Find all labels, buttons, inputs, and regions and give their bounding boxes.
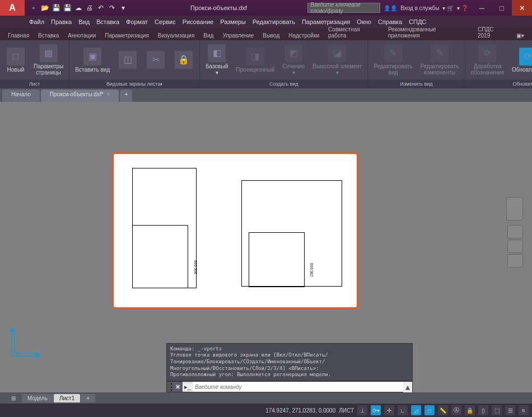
ribbon-tab-visualize[interactable]: Визуализация [153,31,199,40]
ltab-model[interactable]: Модель [22,394,53,402]
dim-label: 150.000 [310,263,314,277]
cmd-customize-icon[interactable]: ✖ [172,382,183,392]
symbol-sketch-btn: ⟳Доработка обозначения [469,43,506,77]
auto-update-btn[interactable]: ⟳Обновление [510,46,532,74]
menu-file[interactable]: Файл [29,18,44,25]
status-units-icon[interactable]: ⬚ [492,405,502,415]
vp-rect-btn[interactable]: ◫ [115,50,140,70]
ltab-expand-icon[interactable]: ⊞ [6,394,21,402]
page-setup-btn[interactable]: ▤Параметры страницы [31,43,66,77]
cmd-grip-icon[interactable]: ⋮⋮ [167,382,172,392]
status-osnap-icon[interactable]: □ [424,405,435,415]
doc-tab-new[interactable]: + [120,90,132,102]
ribbon-tab-cycle-icon[interactable]: ▣▾ [512,31,529,40]
ribbon-tab-addins[interactable]: Надстройки [284,31,324,40]
qat-plot-icon[interactable]: 🖨 [85,3,94,12]
ribbon-tab-output[interactable]: Вывод [258,31,284,40]
qat-redo-icon[interactable]: ↷ [108,3,116,12]
menu-modify[interactable]: Редактировать [253,18,295,25]
qat-open-icon[interactable]: 📂 [40,3,49,12]
vp-lock-btn[interactable]: 🔒 [171,50,196,70]
viewcube[interactable] [506,197,523,221]
ribbon-tab-view[interactable]: Вид [199,31,218,40]
section-view-btn: ◩Сечение ▾ [280,43,307,77]
cart-icon[interactable]: ▾ 🛒 [442,5,454,11]
ribbon-panel: □Новый▤Параметры страницыЛист▣Вставить в… [0,40,532,88]
ribbon-tab-collab[interactable]: Совместная работа [324,25,384,40]
dim-label: 300.000 [194,260,198,274]
panel-title: Обновить [465,79,532,88]
qat-saveas-icon[interactable]: 💾 [63,3,72,12]
nav-bar [507,225,523,268]
command-input[interactable] [193,382,403,392]
qat-dropdown-icon[interactable]: ▾ [119,3,128,12]
doc-tab-start[interactable]: Начало [2,90,40,102]
ribbon-tab-manage[interactable]: Управление [218,31,258,40]
viewport-2[interactable]: 150.000 [241,168,347,293]
new-layout-btn[interactable]: □Новый [3,46,28,74]
ribbon-tab-annotate[interactable]: Аннотации [63,31,100,40]
insert-view-btn[interactable]: ▣Вставить вид [73,46,112,74]
coord-readout: 174.9247, 271.0283, 0.0000 [265,407,335,414]
close-doc-icon[interactable]: × [107,91,110,97]
edit-view-btn-icon: ✎ [384,44,402,62]
qat-cloud-icon[interactable]: ☁ [74,3,83,12]
status-snap-icon[interactable]: ✛ [384,405,394,415]
ucs-icon[interactable] [9,325,43,359]
panel-title[interactable]: Видовые экраны листа [69,79,199,88]
status-custom-icon[interactable]: ≡ [519,405,529,415]
status-refresh-icon[interactable]: ⟳▾ [371,405,381,415]
status-anno-icon[interactable]: Ⓐ [451,405,461,415]
base-view-btn[interactable]: ◧Базовый ▾ [203,43,230,77]
status-select-icon[interactable]: ▯ [478,405,488,415]
status-grid-icon[interactable]: ⊥ [357,405,367,415]
status-mode[interactable]: ЛИСТ [339,407,354,414]
ltab-add[interactable]: + [81,394,95,402]
close-button[interactable]: ✕ [512,0,532,16]
ribbon-tab-parametric[interactable]: Параметризация [100,31,153,40]
search-input[interactable]: Введите ключевое слово/фразу [307,3,380,13]
menu-edit[interactable]: Правка [51,18,72,25]
user-icon[interactable]: 👤👤 [384,5,397,11]
status-polar-icon[interactable]: ◿ [411,405,421,415]
titlebar: A ▫ 📂 💾 💾 ☁ 🖨 ↶ ↷ ▾ Прокси-объекты.dxf В… [0,0,532,16]
vp-clip-btn-icon: ✂ [147,51,165,69]
nav-zoom-icon[interactable] [507,254,523,268]
cmd-recent-icon[interactable]: ▴ [403,382,412,392]
qat-save-icon[interactable]: 💾 [52,3,60,12]
doc-tab-file[interactable]: Прокси-объекты.dxf*× [41,90,119,102]
ltab-sheet1[interactable]: Лист1 [54,394,80,402]
layout-tabs: ⊞ Модель Лист1 + [0,392,532,404]
vp-clip-btn[interactable]: ✂ [143,50,168,70]
status-qp-icon[interactable]: ☰ [505,405,515,415]
menu-draw[interactable]: Рисование [183,18,213,25]
nav-pan-icon[interactable] [507,240,523,253]
title-right: 👤👤 Вход в службы ▾ 🛒 ▾ ❓ [380,5,472,11]
status-ortho-icon[interactable]: ∟ [398,405,408,415]
status-lock-icon[interactable]: 🔒 [465,405,475,415]
menu-insert[interactable]: Вставка [96,18,119,25]
projected-view-btn: ◨Проекционный [234,46,277,74]
minimize-button[interactable]: ─ [472,0,492,16]
ribbon-tab-featured[interactable]: Рекомендованные приложения [384,25,473,40]
ribbon-tab-spds[interactable]: СПДС 2019 [473,25,512,40]
nav-wheel-icon[interactable] [507,225,523,238]
menu-format[interactable]: Формат [126,18,148,25]
ribbon-tab-home[interactable]: Главная [3,31,34,40]
menu-dimension[interactable]: Размеры [220,18,246,25]
canvas-area[interactable]: 300.000 150.000 Команда: _-vportsУгловая… [0,102,532,392]
qat-new-icon[interactable]: ▫ [29,3,38,12]
menu-view[interactable]: Вид [78,18,90,25]
viewport-1[interactable]: 300.000 [124,168,229,293]
maximize-button[interactable]: □ [492,0,512,16]
symbol-sketch-btn-icon: ⟳ [478,44,496,62]
help-icon[interactable]: ▾ ❓ [457,5,468,11]
status-scale-icon[interactable]: 📏 [438,405,448,415]
menu-tools[interactable]: Сервис [155,18,176,25]
ribbon-tab-insert[interactable]: Вставка [34,31,63,40]
signin-button[interactable]: Вход в службы [400,5,439,11]
qat-undo-icon[interactable]: ↶ [96,3,105,12]
projected-view-btn-icon: ◨ [246,48,264,65]
app-menu-button[interactable]: A [0,0,25,16]
app-window: A ▫ 📂 💾 💾 ☁ 🖨 ↶ ↷ ▾ Прокси-объекты.dxf В… [0,0,532,417]
